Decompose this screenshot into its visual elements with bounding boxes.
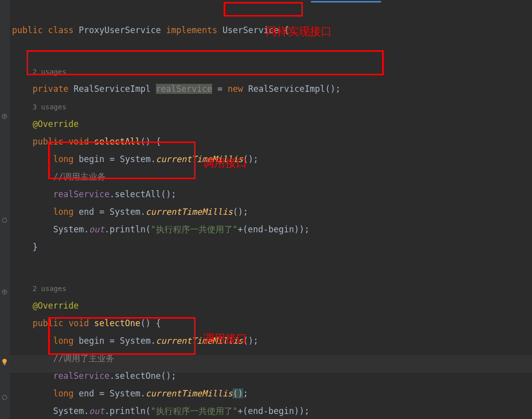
implements-icon-2[interactable] bbox=[1, 393, 9, 401]
code-editor[interactable]: public class ProxyUserService implements… bbox=[12, 4, 340, 419]
active-tab-underline bbox=[311, 1, 381, 3]
implements-icon[interactable] bbox=[1, 216, 9, 224]
svg-rect-3 bbox=[4, 364, 6, 365]
usages-hint[interactable]: 2 usages bbox=[33, 68, 66, 76]
intention-bulb-icon[interactable] bbox=[1, 357, 9, 365]
svg-point-1 bbox=[3, 218, 7, 223]
code-line: public class ProxyUserService implements… bbox=[12, 22, 289, 39]
editor-gutter bbox=[0, 0, 10, 419]
usages-hint[interactable]: 2 usages bbox=[33, 285, 66, 293]
override-up-icon[interactable] bbox=[1, 112, 9, 120]
override-up-icon-2[interactable] bbox=[1, 288, 9, 296]
svg-point-4 bbox=[3, 395, 7, 400]
usages-hint[interactable]: 3 usages bbox=[33, 103, 66, 111]
